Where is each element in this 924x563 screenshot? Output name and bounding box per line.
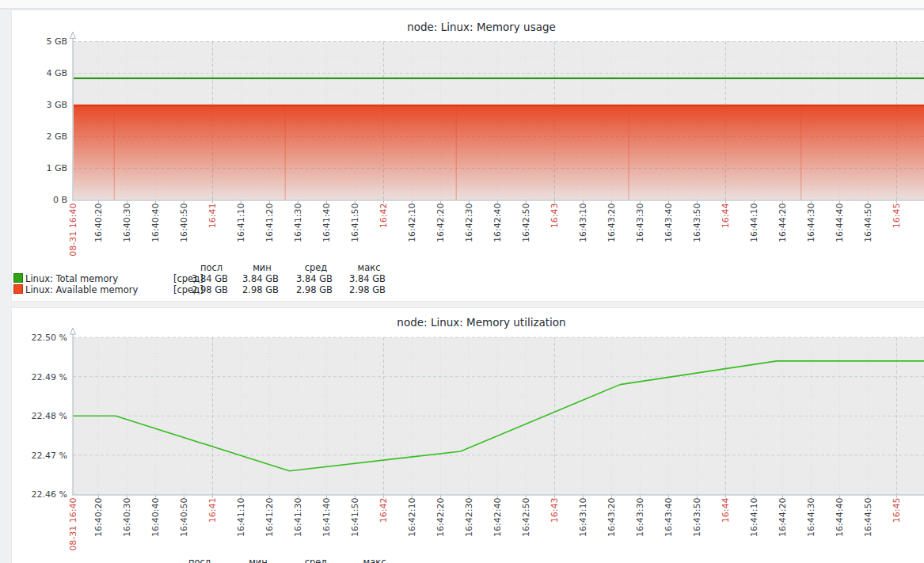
x-axis-label: 16:42:10 <box>407 204 417 242</box>
x-axis-label: 16:43:10 <box>578 498 588 537</box>
memory-utilization-widget: 08-31 16:4016:40:2016:40:3016:40:4016:40… <box>11 307 924 563</box>
chart-title: node: Linux: Memory usage <box>407 21 556 33</box>
y-axis-label: 5 GB <box>46 36 67 47</box>
y-axis-label: 22.49 % <box>32 372 67 382</box>
legend-header-сред: сред <box>284 557 348 563</box>
memory-usage-widget: 08-31 16:4016:40:2016:40:3016:40:4016:40… <box>11 10 924 302</box>
x-axis-label: 16:42:40 <box>492 498 503 537</box>
x-axis-label: 16:43:30 <box>635 204 645 242</box>
x-axis-label: 16:41:20 <box>264 498 275 537</box>
x-axis-label: 16:44:20 <box>778 498 788 537</box>
x-axis-label: 16:44:10 <box>749 498 759 537</box>
x-axis-label: 16:43:30 <box>635 498 645 537</box>
x-axis-label: 16:41:30 <box>293 498 303 537</box>
x-axis-label: 16:40:30 <box>122 498 132 537</box>
legend-color-swatch <box>13 284 23 294</box>
y-axis-label: 22.47 % <box>32 451 67 461</box>
x-axis-label: 16:42 <box>378 204 389 229</box>
x-axis-label: 16:41:40 <box>321 498 332 537</box>
x-axis-label: 16:42:20 <box>435 498 446 537</box>
x-tick-marks <box>98 201 924 204</box>
x-axis-label: 16:40:40 <box>150 498 161 537</box>
x-axis-label: 16:42:40 <box>492 204 503 242</box>
legend-value: 2.98 GB <box>222 284 279 295</box>
y-axis-label: 22.46 % <box>32 489 67 500</box>
x-axis-label: 16:43:50 <box>692 498 702 537</box>
x-axis-label: 16:43 <box>549 204 560 229</box>
legend-value: 2.98 GB <box>276 284 333 295</box>
x-axis-label: 16:42 <box>378 498 389 523</box>
x-axis-label: 16:40:20 <box>93 498 104 537</box>
x-axis-label: 16:43:50 <box>692 204 702 242</box>
y-axis-arrow-icon <box>70 328 76 334</box>
x-axis-label: 16:42:50 <box>521 498 531 537</box>
y-axis-labels: 5 GB4 GB3 GB2 GB1 GB0 B <box>46 36 67 205</box>
x-axis-label: 16:41:10 <box>236 204 246 242</box>
x-axis-label: 16:44:30 <box>806 498 816 537</box>
x-axis-label: 16:41:10 <box>236 498 246 537</box>
x-axis-label: 16:44:40 <box>835 204 845 242</box>
memory-usage-chart[interactable]: 08-31 16:4016:40:2016:40:3016:40:4016:40… <box>12 10 924 301</box>
legend-value: 3.84 GB <box>222 273 279 284</box>
legend-value: 2.98 GB <box>171 284 228 295</box>
y-axis-label: 0 B <box>53 195 67 205</box>
y-axis-label: 1 GB <box>46 163 67 173</box>
x-axis-label: 16:43:10 <box>578 204 588 242</box>
x-axis-label: 16:41:50 <box>350 204 360 242</box>
memory-utilization-chart[interactable]: 08-31 16:4016:40:2016:40:3016:40:4016:40… <box>12 308 924 563</box>
legend-series-name: Linux: Total memory <box>25 273 118 284</box>
legend-header-мин: мин <box>226 557 290 563</box>
legend-value: 3.84 GB <box>329 273 386 284</box>
x-axis-label: 16:41 <box>207 498 218 523</box>
x-axis-label: 16:44:50 <box>863 204 873 242</box>
graph-canvas: 08-31 16:4016:40:2016:40:3016:40:4016:40… <box>12 10 924 302</box>
x-axis-label: 16:41:30 <box>293 204 303 242</box>
x-axis-label: 16:42:20 <box>435 204 446 242</box>
x-axis-label: 16:40:50 <box>179 204 189 242</box>
x-axis-label: 16:40:20 <box>93 204 104 242</box>
x-axis-label: 16:44:20 <box>778 204 788 242</box>
legend-value: 2.98 GB <box>329 284 386 295</box>
x-axis-label: 16:43:40 <box>664 204 674 242</box>
x-axis-label: 16:43:20 <box>606 498 617 537</box>
y-axis-arrow-icon <box>70 32 76 39</box>
x-axis-label: 08-31 16:40 <box>68 204 78 257</box>
x-axis-label: 16:44:40 <box>835 498 845 537</box>
x-axis-labels: 08-31 16:4016:40:2016:40:3016:40:4016:40… <box>68 498 902 551</box>
x-axis-label: 16:41:50 <box>350 498 360 537</box>
x-axis-label: 16:42:50 <box>521 204 531 242</box>
x-axis-label: 16:45 <box>892 498 902 523</box>
x-axis-label: 16:40:40 <box>150 204 161 242</box>
x-axis-label: 16:43:20 <box>606 204 617 242</box>
x-axis-label: 16:44:10 <box>749 204 759 242</box>
x-axis-label: 16:40:30 <box>122 204 132 242</box>
x-tick-marks <box>98 496 924 498</box>
y-axis-label: 22.50 % <box>32 333 67 343</box>
x-axis-label: 16:45 <box>892 204 902 229</box>
x-axis-label: 16:43 <box>549 498 560 523</box>
y-axis-label: 2 GB <box>46 131 67 142</box>
x-axis-label: 08-31 16:40 <box>68 498 78 551</box>
x-axis-label: 16:42:30 <box>464 498 474 537</box>
x-axis-label: 16:43:40 <box>664 498 674 537</box>
y-axis-label: 3 GB <box>46 100 67 110</box>
x-axis-label: 16:41:20 <box>264 204 275 242</box>
x-axis-labels: 08-31 16:4016:40:2016:40:3016:40:4016:40… <box>68 204 902 257</box>
legend-value: 3.84 GB <box>171 273 228 284</box>
x-axis-label: 16:44 <box>721 204 731 229</box>
legend-header-посл: посл <box>168 557 231 563</box>
top-bar <box>0 0 924 10</box>
x-axis-label: 16:42:10 <box>407 498 417 537</box>
x-axis-label: 16:44 <box>721 498 731 523</box>
x-axis-label: 16:44:30 <box>806 204 816 242</box>
x-axis-label: 16:40:50 <box>179 498 189 537</box>
x-axis-label: 16:41:40 <box>321 204 332 242</box>
x-axis-label: 16:42:30 <box>464 204 474 242</box>
chart-title: node: Linux: Memory utilization <box>397 316 565 329</box>
legend-color-swatch <box>13 273 23 283</box>
available-memory-area <box>74 105 924 200</box>
legend-value: 3.84 GB <box>276 273 333 284</box>
x-axis-label: 16:44:50 <box>863 498 873 537</box>
x-axis-label: 16:41 <box>207 204 218 229</box>
y-axis-label: 22.48 % <box>32 411 67 421</box>
